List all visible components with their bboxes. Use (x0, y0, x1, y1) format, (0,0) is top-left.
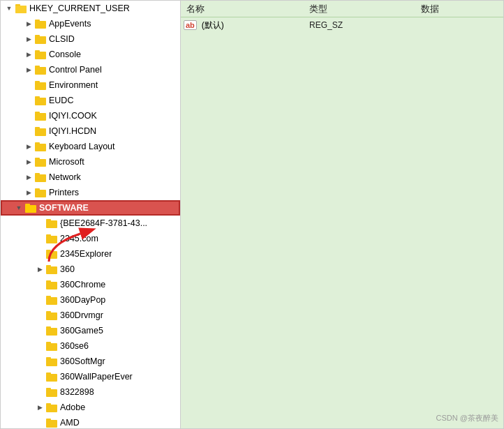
label-360daypop: 360DayPop (60, 295, 105, 305)
reg-name-cell: ab(默认) (184, 20, 309, 31)
label-environment: Environment (49, 80, 98, 90)
label-microsoft: Microsoft (49, 157, 84, 167)
tree-item-network[interactable]: ▶ Network (1, 170, 180, 185)
expand-control-panel[interactable]: ▶ (23, 64, 34, 75)
folder-icon-printers (34, 187, 47, 198)
label-2345com: 2345.com (60, 234, 98, 243)
tree-item-appevents[interactable]: ▶ AppEvents (1, 16, 180, 31)
folder-icon-360 (45, 264, 58, 275)
tree-item-eudc[interactable]: EUDC (1, 93, 180, 108)
svg-rect-45 (46, 343, 57, 351)
svg-rect-17 (35, 128, 46, 136)
expand-printers[interactable]: ▶ (23, 187, 34, 198)
tree-item-clsid[interactable]: ▶ CLSID (1, 31, 180, 47)
svg-rect-30 (46, 219, 51, 221)
label-iqiyi-cook: IQIYI.COOK (49, 111, 97, 121)
folder-icon-iqiyi-hcdn (34, 126, 47, 137)
label-amd: AMD (60, 418, 80, 428)
tree-item-360daypop[interactable]: 360DayPop (1, 292, 180, 308)
svg-rect-56 (46, 419, 51, 421)
root-label: HKEY_CURRENT_USER (29, 3, 130, 13)
svg-rect-2 (15, 6, 27, 13)
tree-item-360softmgr[interactable]: 360SoftMgr (1, 354, 180, 369)
tree-item-amd[interactable]: AMD (1, 415, 180, 428)
svg-rect-9 (35, 67, 46, 75)
tree-item-bee2684f[interactable]: {BEE2684F-3781-43... (1, 216, 180, 231)
tree-item-360se6[interactable]: 360se6 (1, 338, 180, 354)
expand-keyboard-layout[interactable]: ▶ (23, 141, 34, 152)
folder-icon-360softmgr (45, 356, 58, 367)
expand-console[interactable]: ▶ (23, 49, 34, 60)
label-eudc: EUDC (49, 96, 73, 105)
label-360softmgr: 360SoftMgr (60, 356, 105, 366)
col-type-header: 类型 (306, 3, 418, 15)
expand-adobe[interactable]: ▶ (34, 402, 45, 413)
svg-rect-38 (46, 280, 51, 283)
tree-item-printers[interactable]: ▶ Printers (1, 185, 180, 200)
folder-icon-microsoft (34, 156, 47, 167)
column-header: 名称 类型 数据 (181, 1, 503, 17)
right-panel: 名称 类型 数据 ab(默认)REG_SZ (181, 1, 503, 428)
svg-rect-55 (46, 420, 57, 428)
label-software: SOFTWARE (39, 203, 89, 213)
svg-rect-22 (35, 158, 40, 160)
svg-rect-26 (35, 188, 40, 190)
svg-rect-10 (35, 66, 40, 68)
label-control-panel: Control Panel (49, 65, 102, 75)
registry-editor: ▼ HKEY_CURRENT_USER ▶ AppEvents▶ CLSID▶ … (0, 0, 504, 429)
folder-icon-360chrome (45, 279, 58, 290)
svg-rect-8 (35, 50, 40, 52)
svg-rect-5 (35, 36, 46, 44)
tree-item-microsoft[interactable]: ▶ Microsoft (1, 154, 180, 170)
tree-item-8322898[interactable]: 8322898 (1, 384, 180, 400)
expand-microsoft[interactable]: ▶ (23, 156, 34, 167)
folder-icon-software (24, 202, 37, 213)
tree-item-360[interactable]: ▶ 360 (1, 262, 180, 277)
svg-rect-11 (35, 82, 46, 90)
svg-rect-33 (46, 251, 57, 259)
tree-item-console[interactable]: ▶ Console (1, 47, 180, 62)
folder-icon-8322898 (45, 386, 58, 398)
expand-clsid[interactable]: ▶ (23, 33, 34, 45)
svg-rect-39 (46, 297, 57, 305)
label-360se6: 360se6 (60, 341, 89, 351)
expand-appevents[interactable]: ▶ (23, 18, 34, 29)
tree-item-adobe[interactable]: ▶ Adobe (1, 400, 180, 415)
tree-item-360drvmgr[interactable]: 360Drvmgr (1, 308, 180, 323)
expand-360[interactable]: ▶ (34, 264, 45, 275)
tree-item-360game5[interactable]: 360Game5 (1, 323, 180, 338)
svg-rect-41 (46, 313, 57, 320)
folder-icon-clsid (34, 33, 47, 45)
svg-rect-47 (46, 359, 57, 366)
expand-software[interactable]: ▼ (13, 202, 24, 213)
tree-item-control-panel[interactable]: ▶ Control Panel (1, 62, 180, 77)
svg-rect-7 (35, 52, 46, 59)
tree-item-360chrome[interactable]: 360Chrome (1, 277, 180, 292)
folder-icon-360wallpaper (45, 371, 58, 382)
svg-rect-21 (35, 159, 46, 167)
tree-item-2345com[interactable]: 2345.com (1, 231, 180, 246)
tree-item-360wallpaper[interactable]: 360WallPaperEver (1, 369, 180, 384)
tree-item-iqiyi-hcdn[interactable]: IQIYI.HCDN (1, 123, 180, 139)
svg-rect-46 (46, 342, 51, 344)
folder-icon-eudc (34, 95, 47, 106)
tree-item-keyboard-layout[interactable]: ▶ Keyboard Layout (1, 139, 180, 154)
tree-item-iqiyi-cook[interactable]: IQIYI.COOK (1, 108, 180, 123)
folder-icon-control-panel (34, 64, 47, 75)
label-network: Network (49, 172, 81, 182)
label-360game5: 360Game5 (60, 326, 103, 336)
tree-item-2345explorer[interactable]: 2345Explorer (1, 246, 180, 262)
expand-network[interactable]: ▶ (23, 172, 34, 183)
label-8322898: 8322898 (60, 387, 94, 397)
svg-rect-51 (46, 389, 57, 397)
tree-panel[interactable]: ▼ HKEY_CURRENT_USER ▶ AppEvents▶ CLSID▶ … (1, 1, 181, 428)
tree-root[interactable]: ▼ HKEY_CURRENT_USER (1, 1, 180, 16)
registry-table: ab(默认)REG_SZ (181, 17, 503, 33)
expand-root[interactable]: ▼ (3, 3, 15, 14)
svg-rect-36 (46, 265, 51, 267)
tree-item-software[interactable]: ▼ SOFTWARE (1, 200, 180, 216)
svg-rect-54 (46, 403, 51, 405)
tree-item-environment[interactable]: Environment (1, 77, 180, 93)
svg-rect-50 (46, 372, 51, 375)
registry-row[interactable]: ab(默认)REG_SZ (181, 17, 503, 33)
